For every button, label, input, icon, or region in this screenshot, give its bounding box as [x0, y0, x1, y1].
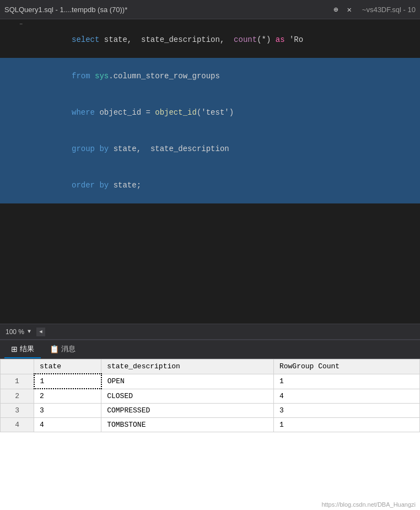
- cell-state-desc-4[interactable]: TOMBSTONE: [101, 418, 274, 432]
- col-state: state: [104, 35, 127, 44]
- col-header-rownum: [1, 359, 34, 374]
- active-tab-title: SQLQuery1.sql - 1....tempdb (sa (70))*: [4, 6, 331, 14]
- line-content-2[interactable]: from sys.column_store_row_groups: [25, 58, 420, 94]
- zoom-bar: 100 % ▼ ◀: [0, 324, 420, 339]
- results-table: state state_description RowGroup Count 1…: [0, 359, 420, 432]
- pin-icon[interactable]: ⊕: [331, 4, 341, 15]
- messages-tab-label: 消息: [61, 344, 76, 354]
- cell-state-2[interactable]: 2: [34, 389, 101, 404]
- table-row[interactable]: 44TOMBSTONE1: [1, 418, 420, 432]
- row-number-3: 3: [1, 404, 34, 418]
- table-header-row: state state_description RowGroup Count: [1, 359, 420, 374]
- cell-state-1[interactable]: 1: [34, 374, 101, 389]
- row-number-4: 4: [1, 418, 34, 432]
- order-col-state: state: [114, 181, 137, 190]
- table-name: .column_store_row_groups: [109, 72, 220, 80]
- title-bar-icons: ⊕ ✕ ~vs43DF.sql - 10: [331, 4, 416, 15]
- col-header-state-description: state_description: [101, 359, 274, 374]
- editor-wrapper: − select state, state_description, count…: [0, 19, 420, 339]
- messages-icon: 📋: [50, 345, 59, 353]
- collapse-icon-1[interactable]: −: [19, 22, 23, 28]
- horizontal-scroll-left[interactable]: ◀: [36, 328, 45, 336]
- results-tab-label: 结果: [20, 344, 34, 354]
- results-icon: ⊞: [11, 345, 18, 353]
- cell-state-desc-1[interactable]: OPEN: [101, 374, 274, 389]
- keyword-order: order: [72, 181, 99, 190]
- func-object-id: object_id: [155, 108, 197, 117]
- keyword-select: select: [72, 35, 104, 44]
- cell-rowgroup-count-4[interactable]: 1: [273, 418, 419, 432]
- func-count: count: [234, 35, 257, 44]
- zoom-dropdown-arrow[interactable]: ▼: [28, 329, 31, 335]
- inactive-tab-title[interactable]: ~vs43DF.sql - 10: [362, 6, 416, 14]
- cell-rowgroup-count-1[interactable]: 1: [273, 374, 419, 389]
- cell-state-4[interactable]: 4: [34, 418, 101, 432]
- cell-state-desc-3[interactable]: COMPRESSED: [101, 404, 274, 418]
- cell-state-3[interactable]: 3: [34, 404, 101, 418]
- main-container: SQLQuery1.sql - 1....tempdb (sa (70))* ⊕…: [0, 0, 420, 510]
- code-line-3: where object_id = object_id('test'): [0, 94, 420, 131]
- editor-area[interactable]: − select state, state_description, count…: [0, 19, 420, 324]
- keyword-from: from: [72, 72, 95, 80]
- title-bar: SQLQuery1.sql - 1....tempdb (sa (70))* ⊕…: [0, 0, 420, 19]
- results-wrapper: ⊞ 结果 📋 消息 state state_description RowGro…: [0, 339, 420, 510]
- row-number-1: 1: [1, 374, 34, 389]
- col-header-rowgroup-count: RowGroup Count: [273, 359, 419, 374]
- col-object-id: object_id: [99, 108, 146, 117]
- group-col-state: state: [114, 144, 137, 153]
- schema-sys: sys: [95, 72, 109, 80]
- keyword-as: as: [276, 35, 285, 44]
- keyword-where: where: [72, 108, 99, 117]
- tab-messages[interactable]: 📋 消息: [43, 340, 82, 358]
- zoom-level: 100 %: [6, 328, 24, 336]
- keyword-by-1: by: [99, 144, 113, 153]
- cell-rowgroup-count-2[interactable]: 4: [273, 389, 419, 404]
- collapse-marker-1[interactable]: −: [17, 22, 25, 28]
- code-line-1: − select state, state_description, count…: [0, 22, 420, 58]
- cell-state-desc-2[interactable]: CLOSED: [101, 389, 274, 404]
- code-line-2: from sys.column_store_row_groups: [0, 58, 420, 94]
- col-state-desc: state_description: [141, 35, 220, 44]
- line-content-1[interactable]: select state, state_description, count(*…: [25, 22, 420, 58]
- table-row[interactable]: 22CLOSED4: [1, 389, 420, 404]
- watermark: https://blog.csdn.net/DBA_Huangzi: [321, 501, 416, 508]
- cell-rowgroup-count-3[interactable]: 3: [273, 404, 419, 418]
- results-tab-bar: ⊞ 结果 📋 消息: [0, 340, 420, 359]
- row-number-2: 2: [1, 389, 34, 404]
- table-row[interactable]: 33COMPRESSED3: [1, 404, 420, 418]
- results-area[interactable]: state state_description RowGroup Count 1…: [0, 359, 420, 510]
- keyword-group: group: [72, 144, 99, 153]
- line-content-5[interactable]: order by state;: [25, 167, 420, 203]
- code-line-5: order by state;: [0, 167, 420, 203]
- table-row[interactable]: 11OPEN1: [1, 374, 420, 389]
- line-content-4[interactable]: group by state, state_description: [25, 131, 420, 167]
- watermark-text: https://blog.csdn.net/DBA_Huangzi: [321, 501, 416, 508]
- tab-results[interactable]: ⊞ 结果: [4, 340, 41, 358]
- keyword-by-2: by: [99, 181, 113, 190]
- col-header-state: state: [34, 359, 101, 374]
- line-content-3[interactable]: where object_id = object_id('test'): [25, 94, 420, 131]
- close-tab-icon[interactable]: ✕: [344, 4, 354, 15]
- code-line-4: group by state, state_description: [0, 131, 420, 167]
